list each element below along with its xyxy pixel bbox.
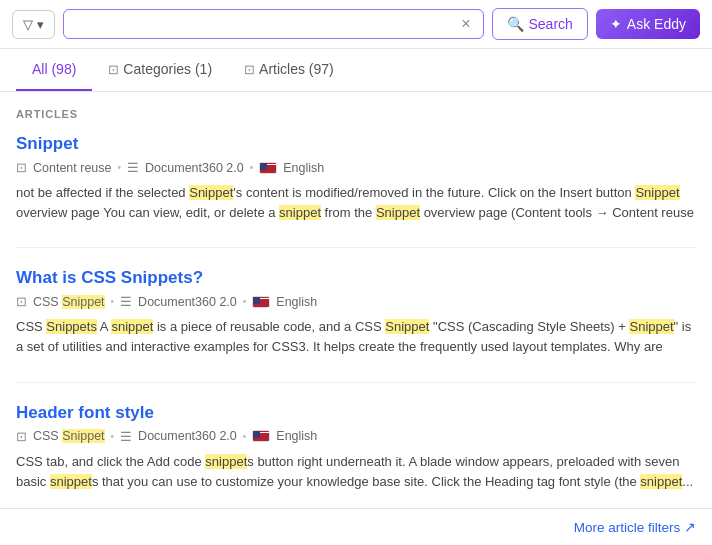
tab-articles[interactable]: ⊡ Articles (97): [228, 49, 350, 91]
meta-sep-2: •: [243, 296, 247, 307]
highlight: Snippets: [46, 319, 97, 334]
search-icon: 🔍: [507, 16, 524, 32]
meta-doc: Document360 2.0: [138, 429, 237, 443]
meta-doc: Document360 2.0: [145, 161, 244, 175]
article-item: Snippet ⊡ Content reuse • ☰ Document360 …: [16, 134, 696, 223]
article-meta: ⊡ Content reuse • ☰ Document360 2.0 • En…: [16, 160, 696, 175]
ask-eddy-button[interactable]: ✦ Ask Eddy: [596, 9, 700, 39]
meta-category: Content reuse: [33, 161, 112, 175]
folder-icon: ⊡: [16, 429, 27, 444]
excerpt-text: s that you can use to customize your kno…: [92, 474, 640, 489]
article-title[interactable]: What is CSS Snippets?: [16, 268, 696, 288]
meta-sep-1: •: [111, 431, 115, 442]
footer: More article filters ↗: [0, 508, 712, 545]
article-excerpt: CSS Snippets A snippet is a piece of reu…: [16, 317, 696, 357]
article-item: Header font style ⊡ CSS Snippet • ☰ Docu…: [16, 403, 696, 492]
meta-category: CSS Snippet: [33, 429, 105, 443]
flag-icon: [259, 162, 277, 174]
highlight: Snippet: [376, 205, 420, 220]
article-excerpt: CSS tab, and click the Add code snippets…: [16, 452, 696, 492]
doc-icon: ☰: [127, 160, 139, 175]
article-divider: [16, 247, 696, 248]
search-input-wrapper: snippet ×: [63, 9, 484, 39]
article-title[interactable]: Header font style: [16, 403, 696, 423]
ask-eddy-label: Ask Eddy: [627, 16, 686, 32]
meta-sep-1: •: [111, 296, 115, 307]
article-meta: ⊡ CSS Snippet • ☰ Document360 2.0 • Engl…: [16, 429, 696, 444]
excerpt-text: overview page You can view, edit, or del…: [16, 205, 279, 220]
highlight: Snippet: [189, 185, 233, 200]
doc-icon: ☰: [120, 429, 132, 444]
tab-all-label: All (98): [32, 61, 76, 77]
excerpt-text: CSS tab, and click the Add code: [16, 454, 205, 469]
article-meta: ⊡ CSS Snippet • ☰ Document360 2.0 • Engl…: [16, 294, 696, 309]
filter-button[interactable]: ▽ ▾: [12, 10, 55, 39]
search-button[interactable]: 🔍 Search: [492, 8, 588, 40]
doc-icon: ☰: [120, 294, 132, 309]
excerpt-text: overview page (Content tools → Content r…: [420, 205, 694, 220]
excerpt-text: ...: [682, 474, 693, 489]
highlight: snippet: [279, 205, 321, 220]
articles-icon: ⊡: [244, 62, 255, 77]
filter-icon: ▽: [23, 17, 33, 32]
tab-articles-label: Articles (97): [259, 61, 334, 77]
excerpt-text: 's content is modified/removed in the fu…: [233, 185, 635, 200]
highlight: Snippet: [635, 185, 679, 200]
content-area: ARTICLES Snippet ⊡ Content reuse • ☰ Doc…: [0, 92, 712, 516]
excerpt-text: is a piece of reusable code, and a CSS: [153, 319, 385, 334]
highlight: Snippet: [629, 319, 673, 334]
article-divider: [16, 382, 696, 383]
highlight: Snippet: [62, 295, 104, 309]
ask-eddy-icon: ✦: [610, 16, 622, 32]
flag-icon: [252, 430, 270, 442]
highlight: snippet: [640, 474, 682, 489]
article-title[interactable]: Snippet: [16, 134, 696, 154]
tab-categories-label: Categories (1): [123, 61, 212, 77]
meta-lang: English: [276, 295, 317, 309]
folder-icon: ⊡: [16, 160, 27, 175]
categories-icon: ⊡: [108, 62, 119, 77]
search-input[interactable]: snippet: [74, 16, 453, 32]
excerpt-text: CSS: [16, 319, 46, 334]
search-btn-label: Search: [529, 16, 573, 32]
highlight: snippet: [50, 474, 92, 489]
meta-lang: English: [283, 161, 324, 175]
tab-categories[interactable]: ⊡ Categories (1): [92, 49, 228, 91]
tabs-bar: All (98) ⊡ Categories (1) ⊡ Articles (97…: [0, 49, 712, 92]
filter-chevron: ▾: [37, 17, 44, 32]
tab-all[interactable]: All (98): [16, 49, 92, 91]
article-excerpt: not be affected if the selected Snippet'…: [16, 183, 696, 223]
section-label: ARTICLES: [16, 108, 696, 120]
excerpt-text: from the: [321, 205, 376, 220]
highlight: snippet: [205, 454, 247, 469]
highlight: Snippet: [62, 429, 104, 443]
highlight: Snippet: [385, 319, 429, 334]
folder-icon: ⊡: [16, 294, 27, 309]
more-filters-link[interactable]: More article filters ↗: [574, 519, 696, 535]
article-item: What is CSS Snippets? ⊡ CSS Snippet • ☰ …: [16, 268, 696, 357]
meta-sep-2: •: [243, 431, 247, 442]
meta-sep-1: •: [118, 162, 122, 173]
meta-doc: Document360 2.0: [138, 295, 237, 309]
flag-icon: [252, 296, 270, 308]
header: ▽ ▾ snippet × 🔍 Search ✦ Ask Eddy: [0, 0, 712, 49]
excerpt-text: not be affected if the selected: [16, 185, 189, 200]
clear-button[interactable]: ×: [459, 16, 472, 32]
meta-sep-2: •: [250, 162, 254, 173]
meta-lang: English: [276, 429, 317, 443]
meta-category: CSS Snippet: [33, 295, 105, 309]
excerpt-text: "CSS (Cascading Style Sheets) +: [429, 319, 629, 334]
excerpt-text: A: [97, 319, 111, 334]
highlight: snippet: [111, 319, 153, 334]
